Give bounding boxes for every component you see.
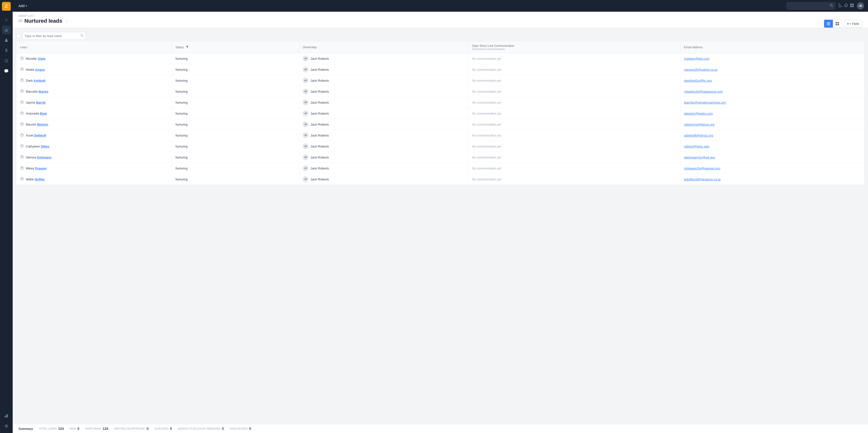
lead-email-link[interactable]: malgiec@ted.com [684,57,709,60]
days-since-label: No communication yet [472,79,501,83]
lead-full-name[interactable]: Glenna Dohmann [26,156,52,159]
lead-email-link[interactable]: nangus26@yahoo.co.jp [684,68,717,71]
owner-name: Jack Roberts [310,90,329,93]
owner-name: Jack Roberts [310,123,329,126]
lead-last-name[interactable]: Dethloff [34,133,46,137]
leads-table: Lead ↑ Status [17,42,864,185]
lead-email-link[interactable]: dashbolt2u@ftc.gov [684,79,712,83]
sidebar: Z ⌂ ◎ $ ☑ 💬 ⚙ [0,0,13,433]
col-header-status[interactable]: Status [172,42,299,53]
lead-full-name[interactable]: Jayme Barritt [26,101,45,104]
svg-rect-13 [827,22,830,23]
lead-status-cell: Nurturing [172,64,299,75]
lead-email-link[interactable]: cdikest@wisc.edu [684,145,709,148]
sidebar-item-settings[interactable]: ⚙ [2,422,11,430]
topbar-icons: JR [838,2,864,9]
user-avatar[interactable]: JR [857,2,864,9]
lead-email-cell: mbarles2b@mapquest.com [681,86,864,97]
lead-owner-cell: JR Jack Roberts [299,163,469,174]
lead-name-cell: Darb Ashbolt [17,75,172,86]
add-button[interactable]: Add ▾ [17,3,29,9]
lead-name-cell: Maurits Bierton [17,119,172,130]
lead-email-link[interactable]: jbarrittz@simplemachines.org [684,101,725,104]
lead-email-cell: dashbolt2u@ftc.gov [681,75,864,86]
lead-email-cell: wduffan2d@amazon.co.jp [681,174,864,185]
hamburger-icon[interactable] [19,19,23,23]
grid-view-button[interactable] [833,20,842,28]
table-row: Neala Angus Nurturing JR Jack Roberts No… [17,64,864,75]
lead-full-name[interactable]: Mozelle Algie [26,57,45,60]
lead-last-name[interactable]: Angus [35,68,45,71]
sidebar-item-leads[interactable]: ◎ [2,26,11,34]
lead-name-cell: Mikey Draayer [17,163,172,174]
lead-name-filter-input[interactable] [25,34,81,38]
qualified-key: QUALIFIED [154,427,168,430]
summary-assign: ASSIGN TO ACCOUNT MANAGER 0 [178,427,224,431]
lead-email-link[interactable]: gdohmann2y@ed.gov [684,156,715,159]
svg-point-31 [22,101,22,101]
sidebar-item-home[interactable]: ⌂ [2,16,11,24]
lead-full-name[interactable]: Cathyleen Dikes [26,145,50,148]
total-leads-val: 124 [58,427,64,431]
lead-days-comm-cell: No communication yet [469,130,681,141]
add-field-label: + Field [849,22,859,26]
lead-full-name[interactable]: Mikey Draayer [26,166,47,170]
bell-icon[interactable] [844,3,848,8]
search-icon [830,4,833,8]
lead-email-link[interactable]: mbarles2b@mapquest.com [684,90,723,93]
lead-last-name[interactable]: Barritt [36,101,45,104]
col-header-lead[interactable]: Lead ↑ [17,42,172,53]
lead-email-link[interactable]: wduffan2d@amazon.co.jp [684,178,720,181]
lead-full-name[interactable]: Maurits Bierton [26,123,48,126]
lead-last-name[interactable]: Dohmann [37,156,52,159]
lead-last-name[interactable]: Barles [39,90,49,93]
grid-icon[interactable] [850,3,854,8]
svg-point-4 [830,4,832,6]
days-col-label: Days Since Last Communication [472,44,677,48]
lead-last-name[interactable]: Bierton [37,123,48,126]
lead-email-cell: gdohmann2y@ed.gov [681,152,864,163]
lead-full-name[interactable]: Marcello Barles [26,90,49,93]
lead-status-cell: Nurturing [172,174,299,185]
lead-full-name[interactable]: Antonella Beat [26,112,47,115]
lead-full-name[interactable]: Darb Ashbolt [26,79,45,83]
list-view-button[interactable] [824,20,833,28]
lead-status-cell: Nurturing [172,141,299,152]
sidebar-item-tasks[interactable]: ☑ [2,56,11,65]
owner-name: Jack Roberts [310,68,329,71]
lead-last-name[interactable]: Algie [37,57,45,60]
lead-full-name[interactable]: Neala Angus [26,68,45,71]
svg-rect-6 [850,4,852,5]
table-row: Darb Ashbolt Nurturing JR Jack Roberts N… [17,75,864,86]
global-search-input[interactable] [789,4,830,8]
lead-last-name[interactable]: Draayer [35,166,47,170]
more-options-icon[interactable]: ⋮ [65,19,68,23]
lead-last-name[interactable]: Beat [40,112,47,115]
sidebar-item-contacts[interactable] [2,36,11,44]
summary-qualified: QUALIFIED 0 [154,427,172,431]
global-search[interactable] [786,2,835,9]
lead-days-comm-cell: No communication yet [469,97,681,108]
lead-email-link[interactable]: mbiertone@dmoz.org [684,123,714,126]
lead-status-cell: Nurturing [172,163,299,174]
lead-email-link[interactable]: abeat1n@webs.com [684,112,713,115]
add-field-button[interactable]: + + Field [844,20,862,28]
phone-icon[interactable] [838,3,842,8]
lead-owner-cell: JR Jack Roberts [299,119,469,130]
select-all-checkbox[interactable] [17,34,21,38]
sidebar-item-analytics[interactable] [2,411,11,420]
lead-last-name[interactable]: Dikes [41,145,50,148]
lead-full-name[interactable]: Wittie Duffan [26,178,44,181]
app-logo[interactable]: Z [2,2,11,11]
filter-funnel-icon[interactable] [186,45,189,49]
lead-full-name[interactable]: Aurel Dethloff [26,133,46,137]
lead-email-link[interactable]: mdraayer2e@paypal.com [684,166,720,170]
lead-email-link[interactable]: adethloffj@dmoz.org [684,133,713,137]
days-since-label: No communication yet [472,68,501,71]
sidebar-item-messages[interactable]: 💬 [2,67,11,75]
summary-bar: Summary TOTAL LEADS 124 NEW 0 NURTURING … [13,424,868,433]
svg-rect-8 [850,6,852,7]
lead-last-name[interactable]: Duffan [35,178,44,181]
sidebar-item-deals[interactable]: $ [2,46,11,55]
lead-last-name[interactable]: Ashbolt [34,79,45,83]
